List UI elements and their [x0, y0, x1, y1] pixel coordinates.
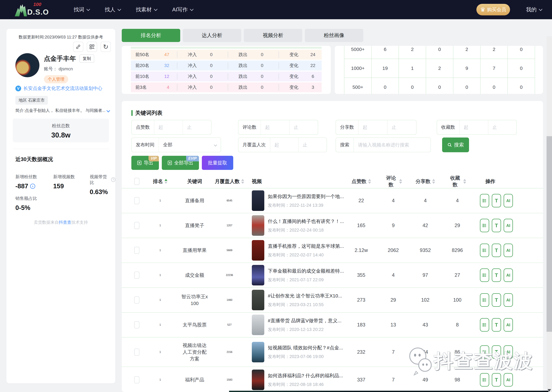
search-button-label: 搜索 [454, 141, 464, 148]
detail-list-button[interactable] [480, 345, 489, 359]
brand-link[interactable]: 抖查查 [59, 220, 71, 225]
video-name-search-input[interactable] [354, 142, 431, 147]
sort-icon[interactable] [432, 179, 435, 184]
video-title[interactable]: 直播手机推荐，这可能是东半球第... [268, 243, 338, 250]
video-thumbnail[interactable] [252, 215, 264, 236]
sort-icon[interactable] [399, 179, 402, 184]
video-thumbnail[interactable] [252, 370, 264, 390]
header-shares[interactable]: 分享数 [402, 178, 448, 185]
row-checkbox[interactable] [134, 222, 139, 229]
header-likes[interactable]: 点赞数 [338, 178, 384, 185]
export-all-button[interactable]: 全部导出 EVIP [162, 156, 199, 170]
nav-item-findmaterial[interactable]: 找素材 [136, 6, 157, 13]
ai-button[interactable]: AI [504, 244, 513, 257]
detail-list-button[interactable] [480, 373, 489, 386]
video-thumbnail[interactable] [252, 315, 264, 335]
shares-max-input[interactable] [387, 125, 416, 130]
ai-button[interactable]: AI [504, 345, 513, 359]
text-extract-button[interactable]: T [492, 244, 501, 257]
shares-min-input[interactable] [359, 125, 387, 130]
text-extract-button[interactable]: T [492, 373, 501, 386]
nav-item-findperson[interactable]: 找人 [105, 6, 120, 13]
video-thumbnail[interactable] [252, 190, 264, 211]
ai-button[interactable]: AI [504, 318, 513, 332]
favorites-max-input[interactable] [488, 125, 517, 130]
sort-icon[interactable] [165, 179, 167, 184]
row-checkbox[interactable] [134, 296, 139, 304]
coverage-min-input[interactable] [270, 142, 298, 147]
certification-link[interactable]: 长安点金手文化艺术交流活动策划中心 [23, 85, 102, 92]
sort-icon[interactable] [241, 179, 244, 184]
header-rank[interactable]: 排名 [146, 178, 175, 185]
select-all-checkbox[interactable] [134, 178, 139, 185]
sort-icon[interactable] [368, 179, 371, 184]
nav-item-findword[interactable]: 找词 [74, 6, 89, 13]
header-coverage[interactable]: 月覆盖人数 [215, 178, 244, 185]
video-title[interactable]: 短视频团队 绩效如何分配？#点金... [268, 344, 338, 351]
header-favorites[interactable]: 收藏数 [448, 175, 466, 188]
comments-max-input[interactable] [290, 125, 318, 130]
header-comments[interactable]: 评论数 [384, 175, 402, 188]
video-thumbnail[interactable] [252, 290, 264, 310]
video-title[interactable]: 什么！直播间的椅子也有讲究？！... [268, 218, 338, 225]
detail-list-button[interactable] [480, 219, 489, 232]
ai-button[interactable]: AI [504, 373, 513, 386]
video-thumbnail[interactable] [252, 240, 264, 261]
video-title[interactable]: #直播带货 品牌蓝V做带货，意义... [268, 317, 338, 324]
expand-bio-icon[interactable] [107, 109, 110, 112]
help-icon[interactable]: ? [111, 177, 115, 182]
video-title[interactable]: #让创作发光 这个智云功率王X10... [268, 293, 338, 299]
text-extract-button[interactable]: T [492, 219, 501, 232]
detail-list-button[interactable] [480, 194, 489, 207]
nav-item-aiwriting[interactable]: AI写作 [172, 6, 193, 13]
row-checkbox[interactable] [134, 272, 139, 279]
search-button[interactable]: 搜索 [442, 138, 469, 152]
video-thumbnail[interactable] [252, 265, 264, 285]
publish-time-select[interactable]: 全部 [159, 142, 221, 148]
row-checkbox[interactable] [134, 321, 139, 328]
video-thumbnail[interactable] [252, 342, 264, 362]
export-button[interactable]: 导出 VIP [131, 156, 159, 170]
detail-list-button[interactable] [480, 244, 489, 257]
tab-rank-analysis[interactable]: 排名分析 [122, 29, 180, 42]
crown-icon: ♛ [480, 7, 485, 13]
page-scrollbar-thumb[interactable] [546, 136, 552, 332]
text-extract-button[interactable]: T [492, 194, 501, 207]
likes-max-input[interactable] [183, 125, 211, 130]
tab-fans-portrait[interactable]: 粉丝画像 [305, 29, 363, 42]
detail-list-button[interactable] [480, 268, 489, 282]
text-extract-button[interactable]: T [492, 268, 501, 282]
likes-min-input[interactable] [154, 125, 183, 130]
favorites-min-input[interactable] [460, 125, 488, 130]
text-extract-button[interactable]: T [492, 318, 501, 332]
comments-min-input[interactable] [261, 125, 289, 130]
copy-link-button[interactable] [73, 42, 83, 52]
detail-arrow-icon[interactable]: › [30, 184, 35, 189]
video-title[interactable]: 如何选择福利品? 什么样的福利品... [268, 372, 338, 379]
ai-button[interactable]: AI [504, 219, 513, 232]
buy-membership-button[interactable]: ♛ 购买会员 [476, 4, 510, 15]
row-checkbox[interactable] [134, 247, 139, 254]
copy-name-button[interactable]: 复制 [79, 55, 94, 63]
refresh-button[interactable]: ↻ [101, 42, 111, 52]
qr-grid-button[interactable] [87, 42, 97, 52]
batch-extract-button[interactable]: 批量提取 [202, 156, 233, 170]
app-logo[interactable]: 100 D.S.O [13, 2, 50, 18]
ai-button[interactable]: AI [504, 293, 513, 307]
video-title[interactable]: 下单金额和最后的成交金额相差特... [268, 268, 338, 274]
tab-video-analysis[interactable]: 视频分析 [244, 29, 302, 42]
video-title[interactable]: 如果你因为一些原因需要到一个地... [268, 193, 338, 200]
row-checkbox[interactable] [134, 197, 139, 204]
tab-talent-analysis[interactable]: 达人分析 [183, 29, 241, 42]
text-extract-button[interactable]: T [492, 345, 501, 359]
row-checkbox[interactable] [134, 376, 139, 383]
text-extract-button[interactable]: T [492, 293, 501, 307]
ai-button[interactable]: AI [504, 194, 513, 207]
detail-list-button[interactable] [480, 318, 489, 332]
sort-icon[interactable] [463, 179, 466, 184]
row-checkbox[interactable] [134, 349, 139, 356]
detail-list-button[interactable] [480, 293, 489, 307]
coverage-max-input[interactable] [299, 142, 327, 147]
ai-button[interactable]: AI [504, 268, 513, 282]
my-account-menu[interactable]: 我的 [526, 6, 541, 13]
